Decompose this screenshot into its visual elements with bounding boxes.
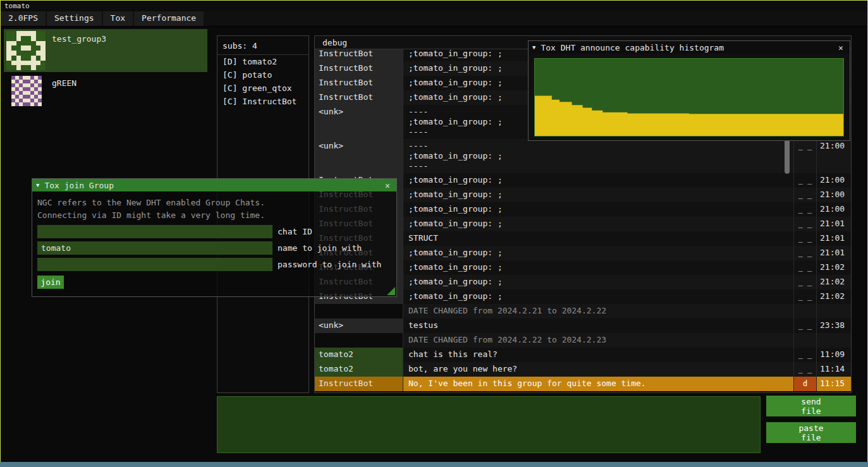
- chat-row[interactable]: <unk>---- ;tomato_in_group: ; ----_ _21:…: [315, 139, 851, 173]
- message-time: 11:14: [817, 362, 851, 377]
- message-time: 21:02: [817, 260, 851, 275]
- sender-name: InstructBot: [315, 377, 403, 391]
- group-avatar: [6, 31, 46, 70]
- join-window-titlebar[interactable]: ▼ Tox join Group ✕: [32, 179, 396, 191]
- message-text: ;tomato_in_group: ;: [403, 217, 794, 231]
- sender-name: <unk>: [315, 105, 403, 139]
- paste-file-button[interactable]: paste file: [766, 422, 856, 443]
- message-marker: _ _: [794, 260, 817, 275]
- sender-name: [315, 304, 403, 318]
- chat-row[interactable]: InstructBotNo, I've been in this group f…: [315, 377, 851, 391]
- message-text: chat is this real?: [403, 348, 794, 362]
- tab-debug[interactable]: debug: [322, 38, 347, 47]
- resize-grip[interactable]: [387, 287, 395, 295]
- subs-list: [D] tomato2[C] potato[C] green_qtox[C] I…: [217, 55, 309, 108]
- menu-bar: 2.0FPSSettingsToxPerformance: [1, 11, 867, 27]
- message-marker: [794, 333, 817, 348]
- message-marker: _ _: [794, 202, 817, 217]
- message-time: 21:02: [817, 289, 851, 304]
- message-time: 21:01: [817, 231, 851, 246]
- message-text: ;tomato_in_group: ;: [403, 202, 794, 217]
- message-time: 23:38: [817, 318, 851, 333]
- message-marker: _ _: [794, 289, 817, 304]
- message-time: 21:00: [817, 202, 851, 217]
- message-marker: d: [794, 377, 817, 391]
- chat-id-input[interactable]: [37, 225, 272, 238]
- message-text: ;tomato_in_group: ;: [403, 260, 794, 275]
- chat-row[interactable]: DATE CHANGED from 2024.2.22 to 2024.2.23: [315, 333, 851, 348]
- subs-member-c-green-qtox[interactable]: [C] green_qtox: [217, 82, 309, 95]
- join-window-body: NGC refers to the New DHT enabled Group …: [32, 191, 396, 294]
- group-item-green[interactable]: gREEN: [4, 73, 207, 110]
- join-field-row: name to join with: [37, 241, 391, 255]
- window-titlebar: tomato: [1, 1, 867, 11]
- join-close-icon[interactable]: ✕: [382, 181, 393, 190]
- join-collapse-arrow-icon[interactable]: ▼: [36, 182, 39, 188]
- group-name: gREEN: [52, 78, 76, 88]
- window-title: tomato: [4, 2, 30, 10]
- message-text: ---- ;tomato_in_group: ; ----: [403, 139, 794, 173]
- message-time: 21:02: [817, 275, 851, 289]
- join-field-row: chat ID: [37, 225, 391, 238]
- message-marker: _ _: [794, 173, 817, 188]
- chat-row[interactable]: <unk>testus_ _23:38: [315, 318, 851, 333]
- send-file-button[interactable]: send file: [766, 396, 856, 416]
- message-time: 21:01: [817, 217, 851, 231]
- message-marker: _ _: [794, 246, 817, 260]
- join-fields: chat IDname to join withpassword to join…: [37, 225, 391, 271]
- message-marker: _ _: [794, 318, 817, 333]
- subs-member-c-potato[interactable]: [C] potato: [217, 68, 309, 82]
- group-name: test_group3: [52, 34, 106, 44]
- sender-name: [315, 333, 403, 348]
- message-text: ;tomato_in_group: ;: [403, 289, 794, 304]
- histogram-plot: [534, 58, 844, 136]
- message-time: [817, 333, 851, 348]
- message-marker: _ _: [794, 362, 817, 377]
- histogram-window-title: Tox DHT announce capability histogram: [541, 43, 836, 52]
- sender-name: <unk>: [315, 318, 403, 333]
- sender-name: InstructBot: [315, 76, 403, 90]
- date-changed-text: DATE CHANGED from 2024.2.21 to 2024.2.22: [403, 304, 794, 318]
- histogram-window-titlebar[interactable]: ▼ Tox DHT announce capability histogram …: [529, 41, 850, 54]
- message-input[interactable]: [217, 396, 761, 453]
- sender-name: InstructBot: [315, 61, 403, 76]
- sender-name: tomato2: [315, 348, 403, 362]
- message-time: 21:01: [817, 246, 851, 260]
- message-time: [817, 304, 851, 318]
- menu-item-2-0fps[interactable]: 2.0FPS: [1, 11, 46, 26]
- join-password-input[interactable]: [37, 258, 272, 271]
- join-desc-line2: Connecting via ID might take a very long…: [37, 209, 391, 222]
- message-time: 21:00: [817, 139, 851, 173]
- join-field-row: password to join with: [37, 258, 391, 271]
- join-window-title: Tox join Group: [44, 181, 382, 190]
- message-marker: _ _: [794, 217, 817, 231]
- message-text: ;tomato_in_group: ;: [403, 173, 794, 188]
- chat-row[interactable]: DATE CHANGED from 2024.2.21 to 2024.2.22: [315, 304, 851, 318]
- join-field-label: password to join with: [278, 260, 381, 269]
- group-item-test-group3[interactable]: test_group3: [4, 29, 207, 72]
- join-group-window: ▼ Tox join Group ✕ NGC refers to the New…: [32, 178, 397, 297]
- message-marker: _ _: [794, 139, 817, 173]
- subs-member-d-tomato2[interactable]: [D] tomato2: [217, 55, 309, 68]
- chat-row[interactable]: tomato2chat is this real?_ _11:09: [315, 348, 851, 362]
- message-marker: _ _: [794, 188, 817, 202]
- chat-row[interactable]: tomato2bot, are you new here?_ _11:14: [315, 362, 851, 377]
- taskbar: [0, 462, 868, 467]
- message-time: 21:00: [817, 173, 851, 188]
- message-text: bot, are you new here?: [403, 362, 794, 377]
- subs-member-c-instructbot[interactable]: [C] InstructBot: [217, 95, 309, 108]
- menu-item-settings[interactable]: Settings: [47, 11, 102, 26]
- message-time: 11:15: [817, 377, 851, 391]
- histogram-collapse-arrow-icon[interactable]: ▼: [532, 44, 535, 51]
- join-name-input[interactable]: [37, 241, 272, 255]
- histogram-close-icon[interactable]: ✕: [836, 43, 846, 52]
- sender-name: <unk>: [315, 139, 403, 173]
- sender-name: tomato2: [315, 362, 403, 377]
- message-text: ;tomato_in_group: ;: [403, 188, 794, 202]
- histogram-window: ▼ Tox DHT announce capability histogram …: [528, 40, 850, 141]
- menu-item-tox[interactable]: Tox: [103, 11, 133, 26]
- subs-header: subs: 4: [217, 36, 309, 55]
- menu-item-performance[interactable]: Performance: [134, 11, 204, 26]
- message-time: 21:00: [817, 188, 851, 202]
- join-button[interactable]: join: [37, 276, 64, 289]
